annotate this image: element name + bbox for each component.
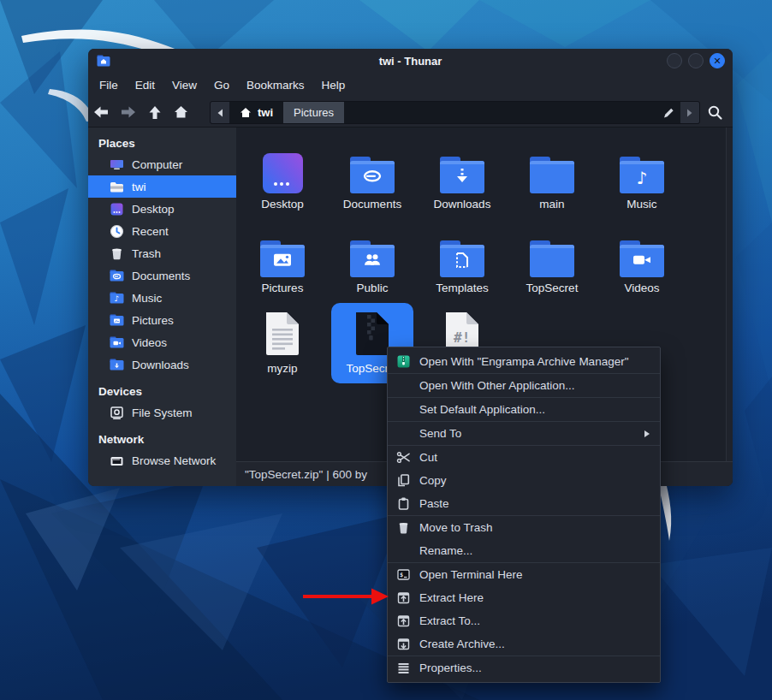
back-button[interactable] bbox=[88, 104, 115, 120]
sidebar-item-computer[interactable]: Computer bbox=[88, 153, 236, 175]
sidebar-item-browse-network[interactable]: Browse Network bbox=[88, 449, 236, 472]
sidebar-item-label: Downloads bbox=[132, 359, 189, 371]
menu-item-label: Set Default Application... bbox=[419, 403, 545, 416]
file-item-main[interactable]: main bbox=[511, 139, 593, 219]
file-item-topsecret-folder[interactable]: TopSecret bbox=[511, 222, 593, 303]
extract-icon bbox=[395, 590, 411, 605]
sidebar-item-pictures[interactable]: Pictures bbox=[88, 309, 236, 331]
sidebar-item-recent[interactable]: Recent bbox=[88, 220, 236, 242]
folder-icon: ♪ bbox=[620, 161, 664, 193]
titlebar[interactable]: twi - Thunar ✕ bbox=[88, 49, 733, 73]
menu-item-cut[interactable]: Cut bbox=[388, 446, 660, 469]
menu-item-label: Extract Here bbox=[419, 591, 484, 604]
menu-item-rename[interactable]: Rename... bbox=[388, 539, 660, 562]
sidebar-item-music[interactable]: ♪ Music bbox=[88, 287, 236, 309]
menu-file[interactable]: File bbox=[91, 75, 127, 95]
file-item-music[interactable]: ♪ Music bbox=[601, 139, 683, 219]
sidebar-item-label: Documents bbox=[132, 270, 190, 282]
file-label: main bbox=[539, 198, 564, 211]
sidebar-item-label: Pictures bbox=[132, 314, 174, 327]
menu-item-label: Cut bbox=[419, 451, 437, 464]
svg-text:♪: ♪ bbox=[115, 294, 120, 303]
path-input-area[interactable] bbox=[344, 102, 656, 123]
annotation-arrow bbox=[300, 585, 390, 611]
sidebar-item-desktop[interactable]: Desktop bbox=[88, 198, 236, 220]
network-icon bbox=[110, 454, 124, 468]
file-label: Documents bbox=[343, 198, 401, 211]
sidebar-item-documents[interactable]: Documents bbox=[88, 264, 236, 287]
up-button[interactable] bbox=[141, 104, 168, 121]
home-button[interactable] bbox=[168, 104, 194, 120]
terminal-icon: $ bbox=[395, 567, 411, 582]
folder-music-icon: ♪ bbox=[110, 291, 124, 306]
sidebar-item-trash[interactable]: Trash bbox=[88, 242, 236, 264]
forward-button[interactable] bbox=[115, 104, 141, 120]
menu-item-set-default-application[interactable]: Set Default Application... bbox=[388, 398, 660, 421]
menu-item-send-to[interactable]: Send To bbox=[388, 422, 660, 445]
back-icon bbox=[93, 104, 110, 120]
photo-emblem bbox=[273, 253, 292, 270]
folder-icon bbox=[530, 245, 574, 277]
file-item-documents[interactable]: Documents bbox=[331, 139, 413, 219]
file-item-public[interactable]: Public bbox=[331, 222, 413, 303]
search-button[interactable] bbox=[707, 104, 723, 124]
file-item-pictures[interactable]: Pictures bbox=[241, 222, 324, 303]
minimize-button[interactable] bbox=[667, 53, 682, 68]
sidebar-item-videos[interactable]: Videos bbox=[88, 331, 236, 353]
computer-icon bbox=[110, 157, 124, 172]
copy-icon bbox=[395, 473, 411, 488]
menu-item-move-to-trash[interactable]: Move to Trash bbox=[388, 516, 660, 539]
menu-item-properties[interactable]: Properties... bbox=[388, 656, 660, 679]
file-label: Pictures bbox=[262, 282, 304, 294]
close-button[interactable]: ✕ bbox=[710, 53, 725, 68]
chevron-left-icon bbox=[217, 109, 223, 117]
file-label: myzip bbox=[267, 362, 297, 375]
no-icon bbox=[395, 426, 411, 441]
menu-edit[interactable]: Edit bbox=[127, 75, 163, 95]
menu-item-label: Extract To... bbox=[419, 614, 480, 627]
folder-icon bbox=[440, 245, 484, 277]
sidebar-item-twi[interactable]: twi bbox=[88, 175, 236, 198]
menu-item-extract-to[interactable]: Extract To... bbox=[388, 609, 660, 632]
camera-emblem bbox=[632, 254, 651, 270]
menu-item-copy[interactable]: Copy bbox=[388, 469, 660, 492]
sidebar-item-file-system[interactable]: File System bbox=[88, 401, 236, 424]
menu-item-extract-here[interactable]: Extract Here bbox=[388, 586, 660, 609]
menu-item-open-with-other[interactable]: Open With Other Application... bbox=[388, 374, 660, 397]
path-prev-button[interactable] bbox=[211, 102, 229, 123]
no-icon bbox=[395, 378, 411, 393]
sidebar-item-label: Recent bbox=[132, 225, 169, 238]
file-item-downloads[interactable]: Downloads bbox=[421, 139, 503, 219]
path-next-button[interactable] bbox=[680, 102, 699, 123]
sidebar-header-devices: Devices bbox=[88, 381, 236, 401]
path-segment-twi[interactable]: twi bbox=[229, 102, 283, 123]
vertical-scrollbar[interactable] bbox=[726, 128, 733, 461]
file-item-templates[interactable]: Templates bbox=[421, 222, 503, 303]
file-item-videos[interactable]: Videos bbox=[601, 222, 683, 303]
people-emblem bbox=[363, 253, 382, 270]
pencil-icon bbox=[662, 106, 675, 119]
download-emblem bbox=[455, 168, 469, 188]
menu-go[interactable]: Go bbox=[205, 75, 238, 95]
path-segment-label: twi bbox=[258, 106, 273, 119]
file-label: Music bbox=[627, 198, 656, 211]
sidebar-item-downloads[interactable]: Downloads bbox=[88, 353, 236, 376]
path-edit-button[interactable] bbox=[656, 102, 680, 123]
folder-downloads-icon bbox=[110, 358, 124, 372]
home-icon bbox=[240, 107, 252, 118]
file-item-desktop[interactable]: Desktop bbox=[241, 139, 324, 219]
path-segment-pictures[interactable]: Pictures bbox=[283, 102, 344, 123]
menu-help[interactable]: Help bbox=[313, 75, 354, 95]
file-item-myzip[interactable]: myzip bbox=[241, 303, 324, 383]
sidebar-item-label: Music bbox=[132, 292, 162, 305]
menu-item-label: Properties... bbox=[419, 661, 482, 674]
menu-bookmarks[interactable]: Bookmarks bbox=[238, 75, 313, 95]
menu-item-open-with-engrampa[interactable]: Open With "Engrampa Archive Manager" bbox=[388, 350, 660, 373]
file-label: Desktop bbox=[261, 198, 304, 211]
menu-item-paste[interactable]: Paste bbox=[388, 492, 660, 515]
maximize-button[interactable] bbox=[688, 53, 704, 68]
menu-item-open-terminal-here[interactable]: $ Open Terminal Here bbox=[388, 563, 660, 586]
text-file-icon bbox=[264, 310, 301, 358]
menu-view[interactable]: View bbox=[163, 75, 205, 95]
menu-item-create-archive[interactable]: Create Archive... bbox=[388, 632, 660, 656]
